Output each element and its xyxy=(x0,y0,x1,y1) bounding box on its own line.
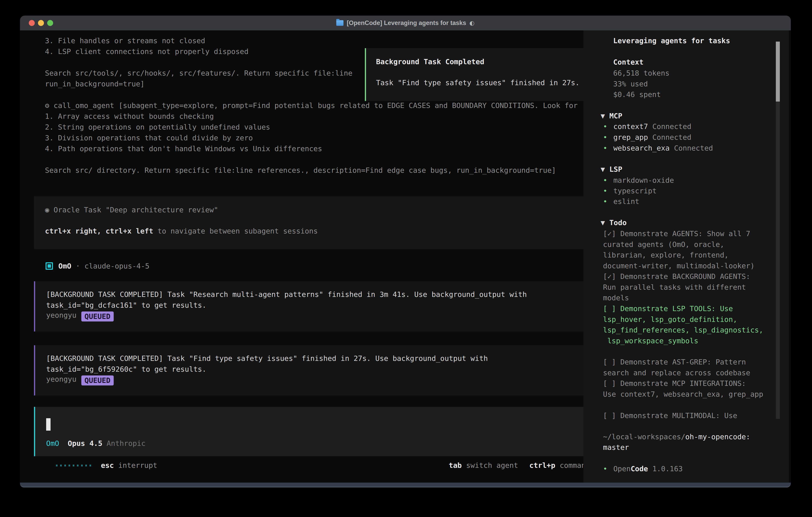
prompt-input[interactable]: OmOOpus 4.5Anthropic xyxy=(34,407,619,456)
bullet-icon: • xyxy=(603,144,607,152)
lsp-item: •typescript xyxy=(603,186,657,196)
lsp-item-name: typescript xyxy=(613,187,657,195)
mcp-item-name: websearch_exa xyxy=(613,144,670,152)
esc-key-label: interrupt xyxy=(118,461,157,469)
task-message: [BACKGROUND TASK COMPLETED] Task "Resear… xyxy=(34,281,592,331)
app-window: [OpenCode] Leveraging agents for tasks ◐… xyxy=(20,16,791,487)
esc-key-hint: esc xyxy=(101,461,114,469)
mcp-item-name: grep_app xyxy=(613,133,648,141)
titlebar[interactable]: [OpenCode] Leveraging agents for tasks ◐ xyxy=(20,16,791,30)
hint-keys: ctrl+x right, ctrl+x left xyxy=(45,227,153,235)
gear-icon: ⚙ xyxy=(45,101,49,110)
tool-call-text: call_omo_agent [subagent_type=explore, p… xyxy=(49,101,578,110)
mcp-section-header[interactable]: ▼MCP xyxy=(601,111,622,121)
window-title: [OpenCode] Leveraging agents for tasks xyxy=(347,19,466,27)
folder-icon xyxy=(336,20,344,26)
lsp-item: •eslint xyxy=(603,196,639,207)
chevron-down-icon: ▼ xyxy=(601,219,605,227)
user-name: yeongyu xyxy=(46,375,77,383)
app-name-bold: Code xyxy=(631,465,648,473)
agent-name: OmO xyxy=(58,262,71,270)
statusbar-right: tabswitch agentctrl+pcommands xyxy=(449,460,594,471)
mcp-item-status: Connected xyxy=(674,144,713,152)
task-message-meta: yeongyuQUEUED xyxy=(46,310,114,322)
status-badge: QUEUED xyxy=(81,311,114,322)
chevron-down-icon: ▼ xyxy=(601,165,605,173)
text-cursor xyxy=(46,418,51,431)
sidebar-scrollbar-thumb[interactable] xyxy=(776,42,780,102)
terminal-content: 3. File handles or streams not closed 4.… xyxy=(20,30,791,483)
session-sidebar: Leveraging agents for tasks Context 66,5… xyxy=(583,30,789,483)
tab-key-label: switch agent xyxy=(466,461,518,469)
tab-key-hint: tab xyxy=(449,461,462,469)
agent-header: OmO·claude-opus-4-5 xyxy=(58,261,149,272)
background-task-notification: Background Task Completed Task "Find typ… xyxy=(365,48,592,101)
input-model-row: OmOOpus 4.5Anthropic xyxy=(46,438,146,449)
workspace-path-name: oh-my-opencode: xyxy=(685,433,750,441)
input-agent-name: OmO xyxy=(46,439,59,447)
mcp-item: •grep_appConnected xyxy=(603,132,691,143)
todo-active-item: [ ] Demonstrate LSP TOOLS: Use lsp_hover… xyxy=(603,303,763,346)
app-version-number: 1.0.163 xyxy=(652,465,683,473)
todo-pending-items: [ ] Demonstrate AST-GREP: Pattern search… xyxy=(603,357,763,421)
task-message: [BACKGROUND TASK COMPLETED] Task "Find t… xyxy=(34,345,592,396)
mcp-item: •websearch_exaConnected xyxy=(603,143,713,154)
workspace-branch: master xyxy=(603,442,629,453)
sidebar-session-title: Leveraging agents for tasks xyxy=(613,35,730,46)
mcp-item-name: context7 xyxy=(613,123,648,131)
tool-call-line: ⚙ call_omo_agent [subagent_type=explore,… xyxy=(45,100,578,111)
task-message-meta: yeongyuQUEUED xyxy=(46,374,114,385)
mcp-item: •context7Connected xyxy=(603,121,691,132)
session-state-icon: ◐ xyxy=(469,20,474,26)
bullet-icon: • xyxy=(603,176,607,184)
lsp-item-name: markdown-oxide xyxy=(613,176,674,184)
todo-section-header[interactable]: ▼Todo xyxy=(601,217,627,228)
notification-title: Background Task Completed xyxy=(376,56,484,67)
task-message-line1: [BACKGROUND TASK COMPLETED] Task "Find t… xyxy=(46,353,488,364)
separator-dot: · xyxy=(76,262,80,270)
context-heading: Context xyxy=(613,57,644,67)
lsp-section-header[interactable]: ▼LSP xyxy=(601,164,622,175)
oracle-task-title: ◉ Oracle Task "Deep architecture review" xyxy=(45,205,218,215)
status-badge: QUEUED xyxy=(81,376,114,385)
bullet-icon: • xyxy=(603,123,607,131)
oracle-task-label: Oracle Task "Deep architecture review" xyxy=(49,206,218,214)
bullet-icon: • xyxy=(603,187,607,195)
statusbar-left: escinterrupt xyxy=(101,460,157,471)
agent-model: claude-opus-4-5 xyxy=(85,262,149,270)
mcp-item-status: Connected xyxy=(652,133,691,141)
oracle-task-panel[interactable]: ◉ Oracle Task "Deep architecture review"… xyxy=(34,196,592,249)
workspace-path: ~/local-workspaces/oh-my-opencode: xyxy=(603,431,750,442)
window-title-area: [OpenCode] Leveraging agents for tasks ◐ xyxy=(20,16,791,30)
omo-agent-icon xyxy=(46,262,53,270)
lsp-item-name: eslint xyxy=(613,197,639,206)
context-stats: 66,518 tokens 33% used $0.46 spent xyxy=(613,68,670,100)
lsp-heading: LSP xyxy=(609,165,622,173)
activity-dots-icon xyxy=(56,460,91,471)
hint-text: to navigate between subagent sessions xyxy=(153,227,318,235)
input-model-name: Opus 4.5 xyxy=(68,439,102,447)
commands-key-hint: ctrl+p xyxy=(529,461,555,469)
input-provider-name: Anthropic xyxy=(107,439,145,447)
subagent-nav-hint: ctrl+x right, ctrl+x left to navigate be… xyxy=(45,226,318,237)
todo-heading: Todo xyxy=(609,219,627,227)
user-name: yeongyu xyxy=(46,311,77,319)
todo-done-items: [✓] Demonstrate AGENTS: Show all 7 curat… xyxy=(603,228,755,303)
chevron-down-icon: ▼ xyxy=(601,112,605,120)
task-message-line1: [BACKGROUND TASK COMPLETED] Task "Resear… xyxy=(46,289,527,300)
tool-call-block: 1. Array access without bounds checking … xyxy=(45,111,556,176)
mcp-item-status: Connected xyxy=(652,123,691,131)
bullet-icon: • xyxy=(603,133,607,141)
mcp-heading: MCP xyxy=(609,112,622,120)
scrollback-text: 3. File handles or streams not closed 4.… xyxy=(45,35,352,89)
radio-selected-icon: ◉ xyxy=(45,206,49,214)
bullet-icon: • xyxy=(603,465,607,473)
task-message-line2: task_id="bg_6f59260c" to get results. xyxy=(46,364,206,375)
window-bottom-edge xyxy=(20,483,791,487)
workspace-path-prefix: ~/local-workspaces/ xyxy=(603,433,685,441)
version-row: •OpenCode1.0.163 xyxy=(603,463,683,474)
task-message-line2: task_id="bg_dcfac161" to get results. xyxy=(46,300,206,311)
bullet-icon: • xyxy=(603,197,607,206)
lsp-item: •markdown-oxide xyxy=(603,175,674,186)
notification-body: Task "Find type safety issues" finished … xyxy=(376,77,580,88)
